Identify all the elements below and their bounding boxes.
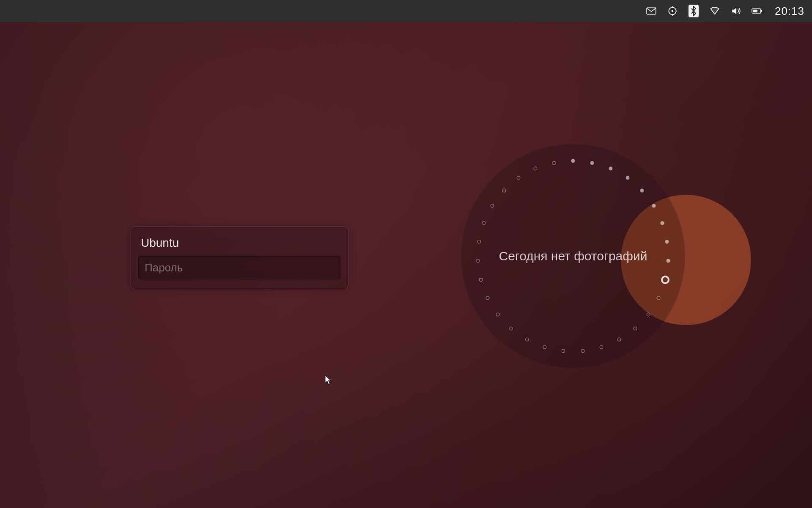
calendar-dot — [476, 259, 480, 263]
calendar-dot — [660, 221, 664, 225]
calendar-dot — [562, 349, 565, 353]
battery-icon[interactable] — [751, 5, 763, 17]
login-box: Ubuntu — [130, 226, 348, 289]
calendar-dot — [534, 167, 538, 171]
calendar-dot — [600, 345, 604, 349]
mouse-cursor-icon — [325, 375, 332, 385]
calendar-dot — [581, 349, 584, 353]
calendar-dot — [625, 176, 629, 180]
login-username-label[interactable]: Ubuntu — [138, 234, 340, 256]
location-icon[interactable] — [667, 5, 678, 17]
mail-icon[interactable] — [645, 5, 657, 17]
calendar-dot — [590, 161, 594, 165]
calendar-dot — [646, 312, 650, 316]
calendar-dot — [652, 204, 656, 207]
calendar-dot — [479, 278, 483, 282]
calendar-dot — [509, 326, 513, 330]
calendar-dot — [525, 337, 529, 341]
calendar-dot — [517, 176, 521, 180]
wifi-icon[interactable] — [709, 5, 721, 17]
calendar-dot — [477, 240, 481, 243]
calendar-dot — [486, 296, 489, 300]
calendar-dot — [640, 188, 644, 192]
calendar-dot — [571, 159, 575, 163]
calendar-dot — [665, 240, 669, 243]
calendar-dot — [543, 345, 546, 349]
today-photos-widget: Сегодня нет фотографий — [461, 144, 685, 368]
calendar-dot — [496, 312, 500, 316]
month-dots — [461, 144, 685, 368]
calendar-dot — [633, 326, 637, 330]
calendar-dot — [661, 276, 669, 284]
top-panel: 20:13 — [0, 0, 812, 22]
calendar-dot — [657, 296, 661, 300]
calendar-dot — [617, 337, 621, 341]
calendar-dot — [502, 188, 506, 192]
calendar-dot — [482, 221, 486, 225]
password-input[interactable] — [138, 256, 340, 279]
svg-rect-8 — [761, 10, 762, 12]
calendar-dot — [666, 259, 670, 263]
svg-point-2 — [672, 10, 674, 12]
calendar-dot — [491, 204, 494, 207]
calendar-dot — [609, 167, 612, 171]
volume-icon[interactable] — [730, 5, 742, 17]
clock-time[interactable]: 20:13 — [775, 5, 804, 18]
calendar-dot — [552, 161, 556, 165]
svg-rect-9 — [753, 10, 757, 13]
bluetooth-icon[interactable] — [688, 5, 700, 17]
